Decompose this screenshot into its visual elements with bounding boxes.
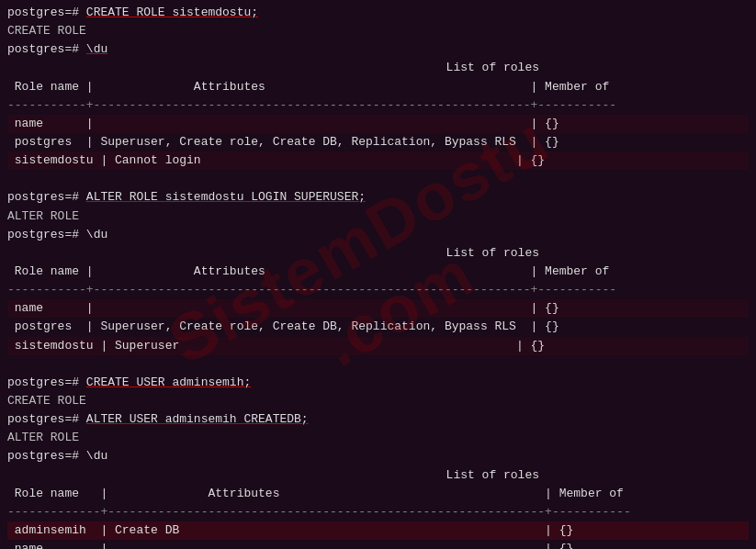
cmd-line-2: postgres=# \du [7, 40, 749, 59]
cmd-line-1: postgres=# CREATE ROLE sistemdostu; [7, 4, 749, 22]
row-adminsemih: adminsemih | Create DB | {} [7, 521, 749, 540]
separator-3: -------------+--------------------------… [7, 503, 749, 521]
spacer-2 [7, 355, 749, 374]
separator-2: -----------+----------------------------… [7, 281, 749, 299]
table-header-2: Role name | Attributes | Member of [7, 263, 749, 281]
row-name-2: name | | {} [7, 299, 749, 318]
output-line-1: CREATE ROLE [7, 22, 749, 40]
row-sistemdostu-2: sistemdostu | Superuser | {} [7, 337, 749, 355]
terminal: postgres=# CREATE ROLE sistemdostu; CREA… [0, 0, 756, 549]
separator-1: -----------+----------------------------… [7, 96, 749, 115]
output-line-4: ALTER ROLE [7, 429, 749, 447]
list-header-3: List of roles [7, 466, 749, 485]
output-line-2: ALTER ROLE [7, 207, 749, 226]
row-name-3: name | | {} [7, 540, 749, 549]
cmd-line-7: postgres=# \du [7, 447, 749, 465]
cmd-line-6: postgres=# ALTER USER adminsemih CREATED… [7, 410, 749, 429]
output-line-3: CREATE ROLE [7, 392, 749, 410]
list-header-1: List of roles [7, 59, 749, 77]
spacer-1 [7, 170, 749, 188]
cmd-line-3: postgres=# ALTER ROLE sistemdostu LOGIN … [7, 188, 749, 207]
cmd-line-5: postgres=# CREATE USER adminsemih; [7, 374, 749, 392]
row-postgres-1: postgres | Superuser, Create role, Creat… [7, 133, 749, 151]
table-header-1: Role name | Attributes | Member of [7, 78, 749, 96]
row-sistemdostu-1: sistemdostu | Cannot login | {} [7, 151, 749, 170]
row-postgres-2: postgres | Superuser, Create role, Creat… [7, 318, 749, 336]
row-name-1: name | | {} [7, 115, 749, 133]
list-header-2: List of roles [7, 244, 749, 263]
table-header-3: Role name | Attributes | Member of [7, 485, 749, 503]
cmd-line-4: postgres=# \du [7, 226, 749, 244]
